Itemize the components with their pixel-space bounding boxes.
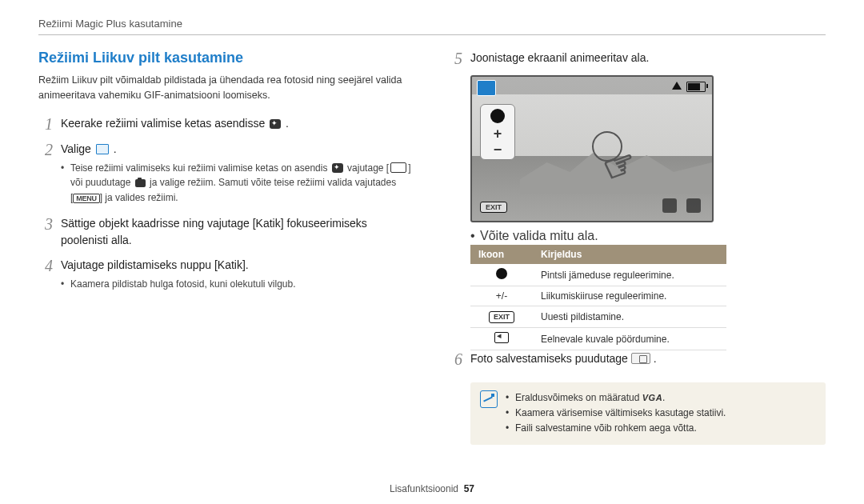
table-header: Ikoon — [470, 245, 533, 264]
left-column: Režiimi Liikuv pilt kasutamine Režiim Li… — [38, 50, 416, 445]
icon-table: IkoonKirjeldus Pintsli jämeduse reguleer… — [470, 245, 726, 350]
plus-icon: + — [494, 128, 502, 139]
header-rule — [38, 34, 826, 35]
substep-text: ja valige režiim. Samuti võite teise rež… — [150, 177, 396, 188]
return-icon — [494, 332, 509, 343]
save-button — [686, 198, 701, 213]
right-column: 5 Joonistage ekraanil animeeritav ala. +… — [448, 50, 826, 445]
step-1: Keerake režiimi valimise ketas asendisse… — [61, 115, 416, 133]
brush-size-icon — [490, 109, 505, 123]
toolbar-button — [662, 198, 677, 213]
substep-text: või puudutage — [70, 177, 134, 188]
step-text: Valige — [61, 142, 94, 155]
note-item: Eraldusvõimeks on määratud VGA. — [506, 390, 726, 406]
mode-dial-star-icon — [270, 119, 281, 129]
mode-indicator-icon — [477, 80, 496, 96]
note-item: Faili salvestamine võib rohkem aega võtt… — [506, 421, 726, 436]
exit-button: EXIT — [480, 202, 507, 213]
plus-minus-icon: +/- — [470, 286, 533, 306]
step-6: Foto salvestamiseks puudutage . — [470, 350, 826, 368]
table-row: Pintsli jämeduse reguleerimine. — [470, 264, 726, 286]
menu-button-icon: MENU — [73, 194, 99, 203]
camera-mode-icon — [135, 179, 146, 187]
step-text: Keerake režiimi valimise ketas asendisse — [61, 117, 268, 130]
step-number: 2 — [38, 141, 53, 207]
moving-photo-icon — [96, 144, 109, 154]
note-box: Eraldusvõimeks on määratud VGA. Kaamera … — [470, 382, 826, 445]
step-2: Valige . Teise režiimi valimiseks kui re… — [61, 141, 416, 207]
substep-text: vajutage — [347, 162, 386, 174]
substep-text: Teise režiimi valimiseks kui režiimi val… — [70, 162, 330, 174]
section-title: Režiimi Liikuv pilt kasutamine — [38, 50, 416, 66]
step-number: 5 — [448, 50, 462, 67]
step-3: Sättige objekt kaadrisse ning vajutage [… — [61, 215, 416, 249]
table-row: Eelnevale kuvale pöördumine. — [470, 328, 726, 350]
save-icon — [631, 353, 650, 364]
step-number: 3 — [38, 215, 53, 249]
step-5: Joonistage ekraanil animeeritav ala. — [470, 50, 826, 67]
warning-icon — [672, 82, 682, 90]
vga-badge: VGA — [642, 391, 662, 406]
step-number: 1 — [38, 115, 53, 133]
brush-size-icon — [496, 268, 507, 279]
battery-icon — [686, 82, 706, 92]
step-text: . — [114, 142, 117, 155]
step-text: . — [286, 117, 289, 130]
step-number: 4 — [38, 257, 53, 294]
step-number: 6 — [448, 350, 462, 368]
intro-paragraph: Režiim Liikuv pilt võimaldab pildistada … — [38, 73, 416, 104]
breadcrumb: Režiimi Magic Plus kasutamine — [38, 18, 826, 30]
table-row: EXIT Uuesti pildistamine. — [470, 306, 726, 328]
table-row: +/- Liikumiskiiruse reguleerimine. — [470, 286, 726, 306]
minus-icon: − — [494, 144, 502, 155]
table-header: Kirjeldus — [533, 245, 726, 264]
note-item: Kaamera värisemise vältimiseks kasutage … — [506, 406, 726, 421]
camera-screenshot: + − EXIT ☞ — [470, 75, 714, 222]
substep-text: Kaamera pildistab hulga fotosid, kuni ol… — [61, 277, 416, 292]
back-button-icon — [390, 162, 406, 173]
note-icon — [480, 390, 498, 408]
exit-icon: EXIT — [489, 311, 514, 323]
substep-text: ja valides režiimi. — [105, 192, 178, 203]
page-footer: Lisafunktsioonid 57 — [0, 483, 864, 494]
caption: Võite valida mitu ala. — [470, 229, 826, 243]
step-4: Vajutage pildistamiseks nuppu [Katik]. K… — [61, 257, 416, 294]
brush-panel: + − — [480, 104, 515, 160]
touch-gesture-icon: ☞ — [592, 131, 656, 195]
mode-dial-star-icon — [332, 163, 343, 173]
